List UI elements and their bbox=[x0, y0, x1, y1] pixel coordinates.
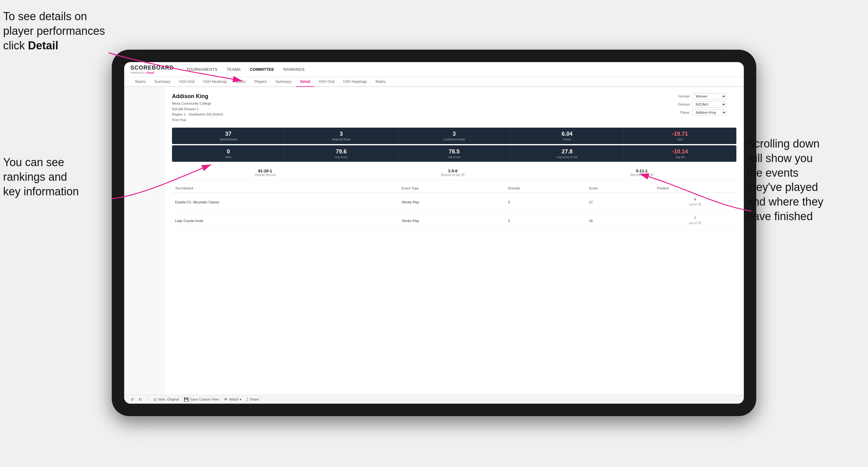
record-overall: 91-20-1 Overall Record bbox=[255, 168, 276, 177]
redo-icon: ↻ bbox=[139, 397, 142, 402]
subnav-h2h-grid2[interactable]: H2H Grid bbox=[314, 77, 339, 87]
toolbar-undo[interactable]: ↺ bbox=[130, 397, 134, 402]
tournament-name-2: Lady Coyote Invite bbox=[172, 212, 399, 230]
subnav-summary[interactable]: Summary bbox=[150, 77, 175, 87]
nav-rankings[interactable]: RANKINGS bbox=[283, 66, 305, 73]
player-header: Addison King Mesa Community College NJCA… bbox=[172, 93, 736, 123]
logo-scoreboard: SCOREBOARD bbox=[130, 65, 174, 71]
player-year: First Year bbox=[172, 117, 223, 123]
col-tournament: Tournament bbox=[172, 184, 399, 193]
rounds-1: 2 bbox=[505, 193, 586, 212]
stat-conference-rank: 3 Conference Rank bbox=[398, 128, 511, 144]
stat-avg-sg: -10.14 Avg SG bbox=[624, 145, 736, 162]
toolbar-redo[interactable]: ↻ bbox=[139, 397, 142, 402]
nav-teams[interactable]: TEAMS bbox=[227, 66, 241, 73]
subnav-summary2[interactable]: Summary bbox=[271, 77, 296, 87]
stat-national-rank-label: National Rank bbox=[174, 138, 283, 141]
table-row: Lady Coyote Invite Stroke Play 2 16 7out… bbox=[172, 212, 736, 230]
stat-wins: 0 Wins bbox=[172, 145, 285, 162]
tablet-frame: SCOREBOARD Powered by clippd TOURNAMENTS… bbox=[112, 50, 756, 416]
stat-sos: -19.71 SoS bbox=[624, 128, 736, 144]
division-row: Division NJCAA I NJCAA II bbox=[674, 101, 736, 107]
stats-bar-2: 0 Wins 79.6 Avg Score 78.5 Adj Score 27.… bbox=[172, 145, 736, 162]
stat-avg-score-par-label: Avg Score to Par bbox=[513, 156, 621, 159]
logo-powered: Powered by clippd bbox=[130, 71, 174, 74]
records-row: 91-20-1 Overall Record 1-5-0 Record vs t… bbox=[172, 165, 736, 180]
stat-avg-sg-value: -10.14 bbox=[625, 148, 735, 155]
stat-adj-score: 78.5 Adj Score bbox=[398, 145, 511, 162]
main-content: Addison King Mesa Community College NJCA… bbox=[124, 87, 744, 395]
subnav-h2h-heatmap2[interactable]: H2H Heatmap bbox=[339, 77, 371, 87]
division-label: Division bbox=[674, 102, 690, 106]
col-rounds: Rounds bbox=[505, 184, 586, 193]
stat-avg-score-par: 27.8 Avg Score to Par bbox=[511, 145, 624, 162]
save-icon: 💾 bbox=[184, 397, 189, 402]
player-selectors: Gender Women Men Division NJCAA I NJCAA … bbox=[674, 93, 736, 116]
player-college: Mesa Community College bbox=[172, 101, 223, 106]
toolbar-watch[interactable]: 👁 Watch ▾ bbox=[224, 397, 242, 402]
stat-wins-value: 0 bbox=[174, 148, 283, 155]
gender-label: Gender bbox=[674, 94, 690, 98]
subnav-teams[interactable]: Teams bbox=[130, 77, 150, 87]
nav-committee[interactable]: COMMITTEE bbox=[250, 66, 274, 73]
subnav-matrix2[interactable]: Matrix bbox=[371, 77, 390, 87]
top-nav: SCOREBOARD Powered by clippd TOURNAMENTS… bbox=[124, 62, 744, 77]
position-1: 4out of 20 bbox=[654, 193, 736, 212]
toolbar-share-label: Share bbox=[250, 398, 259, 401]
stat-adj-score-value: 78.5 bbox=[400, 148, 509, 155]
stat-wins-label: Wins bbox=[174, 156, 283, 159]
subnav-h2h-heatmap[interactable]: H2H Heatmap bbox=[199, 77, 231, 87]
gender-select[interactable]: Women Men bbox=[692, 93, 726, 99]
sub-nav: Teams Summary H2H Grid H2H Heatmap Matri… bbox=[124, 77, 744, 87]
record-top25: 1-5-0 Record vs top 25 bbox=[441, 168, 465, 177]
col-position: Position bbox=[654, 184, 736, 193]
record-top50: 5-11-1 Record vs top 50 bbox=[630, 168, 654, 177]
toolbar-view-label: View: Original bbox=[158, 398, 179, 401]
nav-tournaments[interactable]: TOURNAMENTS bbox=[186, 66, 217, 73]
event-type-1: Stroke Play bbox=[399, 193, 505, 212]
col-score: Score bbox=[586, 184, 654, 193]
subnav-h2h-grid[interactable]: H2H Grid bbox=[175, 77, 199, 87]
subnav-detail[interactable]: Detail bbox=[296, 77, 315, 87]
toolbar-share[interactable]: ⤴ Share bbox=[247, 397, 259, 402]
toolbar-watch-label: Watch ▾ bbox=[229, 398, 242, 402]
stat-avg-score-label: Avg Score bbox=[287, 156, 396, 159]
stat-adj-score-label: Adj Score bbox=[400, 156, 509, 159]
stat-regional-rank: 3 Regional Rank bbox=[285, 128, 398, 144]
player-info: Addison King Mesa Community College NJCA… bbox=[172, 93, 223, 123]
record-overall-label: Overall Record bbox=[255, 173, 276, 177]
stat-national-rank: 37 National Rank bbox=[172, 128, 285, 144]
col-event-type: Event Type bbox=[399, 184, 505, 193]
player-select[interactable]: Addison King bbox=[692, 109, 727, 116]
stat-sos-label: SoS bbox=[625, 138, 735, 141]
view-icon: ⊙ bbox=[153, 397, 157, 402]
record-top50-label: Record vs top 50 bbox=[630, 173, 654, 177]
division-select[interactable]: NJCAA I NJCAA II bbox=[692, 101, 726, 107]
left-sidebar bbox=[124, 87, 164, 395]
event-type-2: Stroke Play bbox=[399, 212, 505, 230]
toolbar-save-label: Save Custom View bbox=[190, 398, 219, 401]
subnav-matrix[interactable]: Matrix bbox=[231, 77, 250, 87]
stat-conference-rank-label: Conference Rank bbox=[400, 138, 509, 141]
stat-regional-rank-label: Regional Rank bbox=[287, 138, 396, 141]
player-name: Addison King bbox=[172, 93, 223, 100]
toolbar-view-original[interactable]: ⊙ View: Original bbox=[153, 397, 179, 402]
player-label: Player bbox=[674, 111, 690, 114]
score-1: 17 bbox=[586, 193, 654, 212]
stat-national-rank-value: 37 bbox=[174, 131, 283, 137]
table-row: Estella CC- Mountain Classic Stroke Play… bbox=[172, 193, 736, 212]
subnav-players[interactable]: Players bbox=[250, 77, 271, 87]
gender-row: Gender Women Men bbox=[674, 93, 736, 99]
stat-sos-value: -19.71 bbox=[625, 131, 735, 137]
annotation-top-left: To see details on player performances cl… bbox=[3, 9, 108, 53]
record-overall-value: 91-20-1 bbox=[255, 168, 276, 173]
stat-avg-score-par-value: 27.8 bbox=[513, 148, 621, 155]
annotation-bottom-left: You can see rankings and key information bbox=[3, 155, 108, 199]
rounds-2: 2 bbox=[505, 212, 586, 230]
stat-points-value: 6.04 bbox=[513, 131, 621, 137]
toolbar-save-custom[interactable]: 💾 Save Custom View bbox=[184, 397, 219, 402]
record-top50-value: 5-11-1 bbox=[630, 168, 654, 173]
logo-area: SCOREBOARD Powered by clippd bbox=[130, 65, 174, 74]
record-top25-value: 1-5-0 bbox=[441, 168, 465, 173]
position-2: 7out of 20 bbox=[654, 212, 736, 230]
